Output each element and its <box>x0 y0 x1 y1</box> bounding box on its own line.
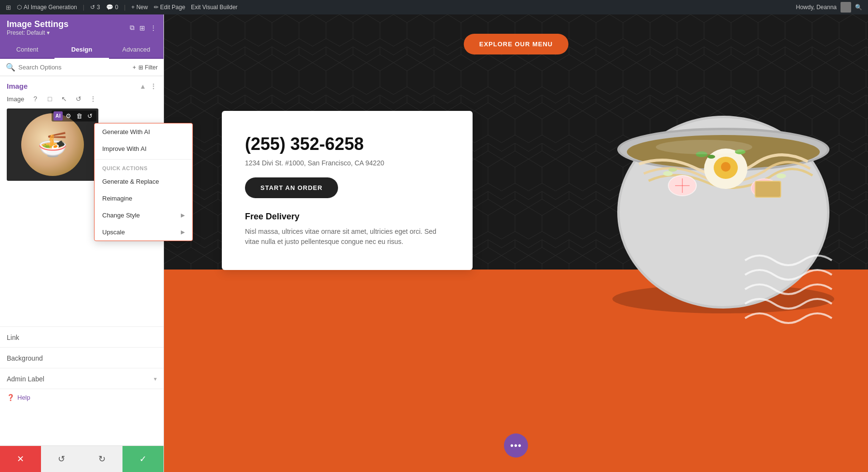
explore-menu-button[interactable]: EXPLORE OUR MENU <box>464 34 569 54</box>
sidebar-title: Image Settings <box>7 19 68 29</box>
undo-button[interactable]: ↺ <box>41 446 82 472</box>
avatar[interactable] <box>841 2 851 13</box>
sidebar: Image Settings Preset: Default ▾ ⧉ ⊞ ⋮ C… <box>0 14 164 472</box>
wp-icon[interactable]: ⊞ <box>6 4 11 11</box>
generate-with-ai-item[interactable]: Generate With AI <box>95 123 163 140</box>
improve-with-ai-item[interactable]: Improve With AI <box>95 140 163 157</box>
svg-point-17 <box>707 155 715 159</box>
image-section-header: Image ▲ ⋮ <box>0 76 163 93</box>
info-card: (255) 352-6258 1234 Divi St. #1000, San … <box>222 111 473 270</box>
ai-image-generation-link[interactable]: ⬡ AI Image Generation <box>17 4 77 11</box>
section-header-icons: ▲ ⋮ <box>139 82 157 90</box>
upscale-item[interactable]: Upscale ▶ <box>95 224 163 241</box>
admin-label-section-row[interactable]: Admin Label ▾ <box>0 368 163 389</box>
admin-label-chevron-icon: ▾ <box>154 376 157 382</box>
more-options-button[interactable]: ••• <box>504 433 528 458</box>
new-link[interactable]: + New <box>131 4 148 11</box>
topbar-left: ⊞ ⬡ AI Image Generation | ↺ 3 💬 0 | + Ne… <box>6 4 238 11</box>
search-input[interactable] <box>18 64 130 71</box>
image-preview-container: 🍜 AI ⚙ 🗑 ↺ <box>7 108 98 181</box>
canvas-background: EXPLORE OUR MENU (255) 352-6258 1234 Div… <box>164 14 868 472</box>
save-icon: ✓ <box>139 454 147 464</box>
svg-point-22 <box>776 174 786 178</box>
tab-content[interactable]: Content <box>0 41 54 59</box>
sep1: | <box>83 4 84 11</box>
svg-point-8 <box>721 162 731 172</box>
select-icon[interactable]: ↖ <box>59 95 69 103</box>
search-icon: 🔍 <box>6 63 15 72</box>
sidebar-search: 🔍 + ⊞ Filter <box>0 59 163 76</box>
three-dots-icon: ••• <box>510 440 522 451</box>
image-field-label: Image <box>7 95 24 103</box>
reimagine-item[interactable]: Reimagine <box>95 190 163 207</box>
delete-toolbar-button[interactable]: 🗑 <box>74 111 84 121</box>
svg-point-21 <box>668 168 677 172</box>
background-label: Background <box>7 354 43 362</box>
topbar: ⊞ ⬡ AI Image Generation | ↺ 3 💬 0 | + Ne… <box>0 0 868 14</box>
background-section-row[interactable]: Background <box>0 347 163 368</box>
ai-toolbar-button[interactable]: AI <box>54 111 63 121</box>
tab-design[interactable]: Design <box>54 41 109 59</box>
history-link[interactable]: ↺ 3 <box>90 4 100 11</box>
help-label: Help <box>17 394 30 401</box>
sidebar-header: Image Settings Preset: Default ▾ ⧉ ⊞ ⋮ <box>0 14 163 41</box>
help-icon[interactable]: ? <box>30 95 41 103</box>
image-icon[interactable]: □ <box>44 95 55 103</box>
filter-button[interactable]: + ⊞ Filter <box>133 64 158 71</box>
ai-generation-icon: ⬡ <box>17 4 22 11</box>
cancel-icon: ✕ <box>17 454 24 464</box>
field-more-icon[interactable]: ⋮ <box>88 95 98 103</box>
history-icon: ↺ <box>90 4 95 11</box>
more-options-icon[interactable]: ⋮ <box>150 24 157 32</box>
svg-point-23 <box>656 140 752 154</box>
help-circle-icon: ❓ <box>7 394 14 401</box>
topbar-right: Howdy, Deanna 🔍 <box>796 2 863 13</box>
sidebar-content: Image ▲ ⋮ Image ? □ ↖ ↺ ⋮ 🍜 <box>0 76 163 472</box>
sidebar-header-icons: ⧉ ⊞ ⋮ <box>130 24 157 32</box>
canvas: EXPLORE OUR MENU (255) 352-6258 1234 Div… <box>164 14 868 472</box>
user-label: Howdy, Deanna <box>796 4 837 11</box>
phone-number: (255) 352-6258 <box>245 134 449 154</box>
sidebar-title-block: Image Settings Preset: Default ▾ <box>7 19 68 36</box>
exit-visual-builder-link[interactable]: Exit Visual Builder <box>191 4 238 11</box>
change-style-item[interactable]: Change Style ▶ <box>95 207 163 224</box>
address-text: 1234 Divi St. #1000, San Francisco, CA 9… <box>245 159 449 167</box>
reset-field-icon[interactable]: ↺ <box>73 95 84 103</box>
redo-icon: ↻ <box>98 454 106 464</box>
main-layout: Image Settings Preset: Default ▾ ⧉ ⊞ ⋮ C… <box>0 14 868 472</box>
sep2: | <box>124 4 125 11</box>
start-order-button[interactable]: START AN ORDER <box>245 177 338 198</box>
ai-dropdown-menu: Generate With AI Improve With AI Quick A… <box>94 123 163 241</box>
comment-icon: 💬 <box>106 4 113 11</box>
svg-rect-19 <box>756 182 780 197</box>
redo-button[interactable]: ↻ <box>82 446 123 472</box>
bowl-svg <box>591 58 856 347</box>
image-section-label: Image <box>7 82 27 90</box>
sidebar-tabs: Content Design Advanced <box>0 41 163 59</box>
settings-toolbar-button[interactable]: ⚙ <box>64 111 73 121</box>
sidebar-preset[interactable]: Preset: Default ▾ <box>7 29 68 36</box>
comments-link[interactable]: 💬 0 <box>106 4 119 11</box>
search-icon[interactable]: 🔍 <box>855 4 862 11</box>
filter-icon: + <box>133 64 136 71</box>
duplicate-icon[interactable]: ⧉ <box>130 24 135 32</box>
reset-toolbar-button[interactable]: ↺ <box>85 111 95 121</box>
cancel-button[interactable]: ✕ <box>0 446 41 472</box>
help-row[interactable]: ❓ Help <box>0 389 163 406</box>
svg-point-20 <box>663 171 673 176</box>
columns-icon[interactable]: ⊞ <box>139 24 145 32</box>
image-toolbar: AI ⚙ 🗑 ↺ <box>52 110 96 121</box>
tab-advanced[interactable]: Advanced <box>109 41 163 59</box>
free-delivery-title: Free Delivery <box>245 212 449 222</box>
save-button[interactable]: ✓ <box>122 446 163 472</box>
image-bowl-preview: 🍜 <box>21 113 84 176</box>
free-delivery-text: Nisl massa, ultrices vitae ornare sit am… <box>245 227 449 247</box>
link-label: Link <box>7 334 19 341</box>
section-more-icon[interactable]: ⋮ <box>150 82 157 90</box>
image-row: Image ? □ ↖ ↺ ⋮ <box>0 93 163 107</box>
generate-replace-item[interactable]: Generate & Replace <box>95 173 163 190</box>
link-section-row[interactable]: Link <box>0 326 163 347</box>
collapse-icon[interactable]: ▲ <box>139 82 146 90</box>
quick-actions-label: Quick Actions <box>95 162 163 173</box>
edit-page-link[interactable]: ✏ Edit Page <box>154 4 185 11</box>
